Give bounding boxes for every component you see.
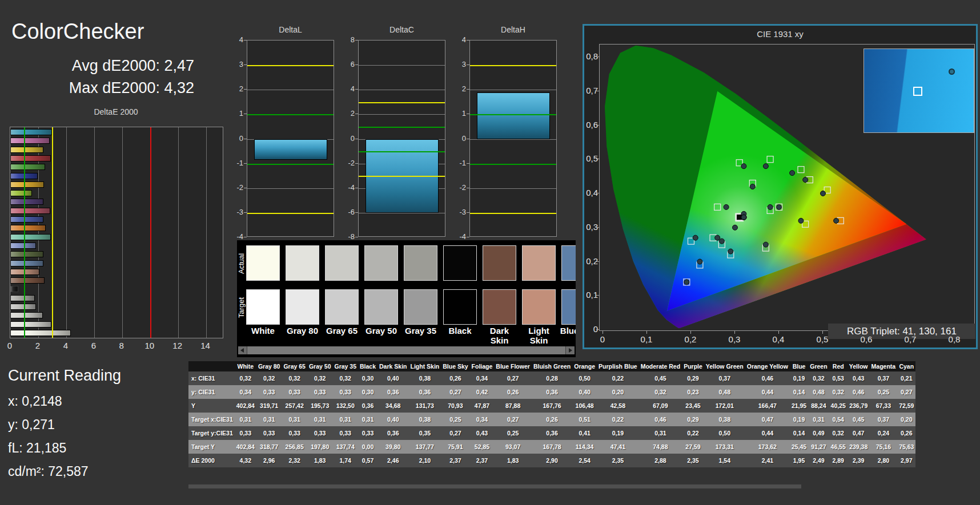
actual-swatch-blue-sky (561, 245, 576, 281)
table-cell: 0,36 (408, 385, 441, 399)
deltae-bar-black (10, 286, 18, 292)
table-cell: 167,76 (532, 399, 572, 413)
left-arrow-icon (240, 348, 244, 353)
table-cell: 2,35 (597, 454, 639, 467)
table-cell: 70,93 (441, 399, 469, 413)
tick-mark (596, 227, 599, 228)
table-cell: 0,32 (829, 385, 848, 399)
table-cell: 0,30 (358, 385, 377, 399)
measured-dot-green (741, 164, 746, 169)
table-cell: 166,47 (745, 399, 790, 413)
deltae-bar-gray-50 (10, 304, 36, 310)
scroll-left-button[interactable] (238, 346, 247, 354)
delta-chart-title: DeltaC (358, 25, 445, 34)
row-label: Target x:CIE31 (188, 413, 235, 426)
delta-chart-deltac (358, 40, 445, 237)
table-cell: 2,90 (532, 454, 572, 467)
y-tick-label: -2 (451, 183, 466, 192)
table-cell: 0,33 (332, 426, 358, 440)
y-tick-label: 3 (451, 60, 466, 68)
table-cell: 0,46 (848, 385, 870, 399)
deltae-bar-purplish-blue (10, 216, 43, 223)
gridline (122, 127, 123, 338)
table-cell: 131,73 (408, 399, 441, 413)
measured-dot-blue-flower (719, 239, 724, 244)
gridline (359, 114, 445, 115)
column-header: Yellow (848, 361, 870, 371)
gridline (470, 188, 556, 189)
measured-dot-orange-yellow (803, 177, 808, 183)
table-cell: 0,40 (377, 413, 408, 426)
swatch-scrollbar[interactable] (238, 346, 575, 354)
table-cell: 0,14 (790, 385, 808, 399)
deltae-bar-dark-skin (10, 277, 45, 284)
gridline (94, 127, 95, 338)
gridline (66, 127, 67, 338)
table-scrollbar[interactable] (188, 484, 801, 488)
table-cell: 0,46 (745, 371, 790, 385)
table-cell: 0,22 (682, 426, 704, 440)
table-cell: 106,48 (572, 399, 597, 413)
row-label: x: CIE31 (188, 371, 235, 385)
tick-mark (778, 331, 779, 334)
x-tick-label: 8 (114, 341, 130, 350)
cie-x-tick-label: 0 (595, 334, 611, 344)
warn-line-yellow (247, 65, 334, 66)
y-tick-label: -4 (228, 232, 243, 241)
x-tick-label: 6 (86, 341, 102, 350)
scroll-right-button[interactable] (566, 346, 575, 354)
table-cell: 197,80 (307, 440, 333, 454)
table-cell: 0,23 (682, 385, 704, 399)
table-corner-cell (188, 361, 235, 371)
deltae-bar-green (10, 164, 45, 170)
swatch-label: Light Skin (519, 326, 559, 345)
target-line-green (359, 151, 445, 152)
table-cell: 0,43 (470, 426, 495, 440)
actual-swatch-dark-skin (483, 245, 516, 281)
table-cell: 0,33 (256, 385, 282, 399)
deltae2000-chart (10, 127, 223, 338)
y-tick-label: 4 (340, 84, 355, 93)
deltae-bar-moderate-red (10, 208, 50, 214)
scrollbar-thumb[interactable] (247, 346, 565, 354)
measured-dot-gray-35 (741, 215, 746, 220)
table-cell: 67,33 (870, 399, 898, 413)
table-cell: 2,96 (256, 454, 282, 467)
actual-swatch-white (246, 245, 280, 281)
table-cell: 114,34 (572, 440, 597, 454)
page-title: ColorChecker (11, 19, 144, 44)
table-cell: 0,47 (848, 426, 870, 440)
tick-mark (596, 125, 599, 126)
table-cell: 93,07 (494, 440, 532, 454)
table-cell: 0,19 (790, 371, 808, 385)
table-cell: 0,33 (358, 426, 377, 440)
target-swatch-blue-sky (561, 289, 576, 325)
y-tick-label: -4 (340, 183, 355, 192)
measured-dot-blue (684, 280, 689, 285)
y-tick-label: 0 (340, 134, 355, 143)
deltae-bar-white (10, 330, 71, 336)
target-line-green (247, 114, 334, 115)
table-cell: 88,24 (808, 399, 829, 413)
table-cell: 0,25 (441, 413, 469, 426)
table-cell: 0,26 (441, 371, 469, 385)
current-reading-title: Current Reading (8, 367, 121, 385)
y-tick-label: 4 (228, 35, 243, 44)
y-tick-label: 0 (451, 134, 466, 143)
table-cell: 0,32 (332, 371, 358, 385)
tick-mark (596, 295, 599, 296)
table-cell: 40,25 (829, 399, 848, 413)
column-header: Orange Yellow (745, 361, 790, 371)
table-cell: 1,54 (704, 454, 745, 467)
table-cell: 1,83 (307, 454, 333, 467)
deltae-bar-orange (10, 225, 46, 231)
table-cell: 0,29 (682, 413, 704, 426)
deltae-bar-red (10, 155, 51, 161)
gridline (470, 139, 556, 140)
table-cell: 74,88 (639, 440, 682, 454)
tick-mark (734, 331, 735, 334)
deltae-bar-blue-flower (10, 243, 36, 249)
table-cell: 23,45 (682, 399, 704, 413)
table-cell: 75,91 (441, 440, 469, 454)
table-cell: 75,63 (897, 440, 915, 454)
